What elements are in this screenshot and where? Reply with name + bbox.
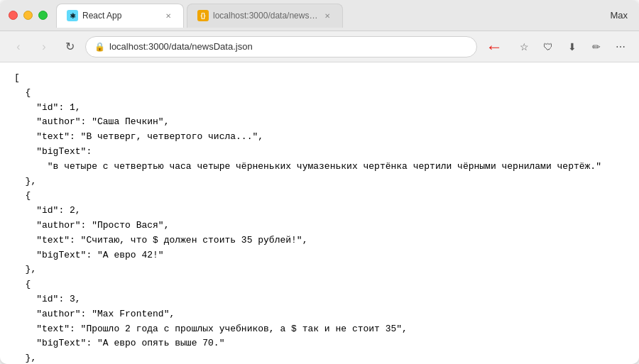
json-tab-close[interactable]: ✕ xyxy=(322,11,332,21)
nav-bar: ‹ › ↻ 🔒 localhost:3000/data/newsData.jso… xyxy=(0,31,639,62)
json-line: }, xyxy=(14,175,625,189)
user-label: Max xyxy=(610,10,630,21)
json-line: "bigText": "А евро 42!" xyxy=(14,248,625,263)
json-line: "text": "Считаю, что $ должен стоить 35 … xyxy=(14,233,625,248)
browser-window: ⚛ React App ✕ {} localhost:3000/data/new… xyxy=(0,0,639,364)
menu-button[interactable]: ⋯ xyxy=(611,37,630,57)
json-line: [ xyxy=(14,71,625,86)
json-line: { xyxy=(14,277,625,292)
shield-button[interactable]: 🛡 xyxy=(538,37,558,57)
json-line: { xyxy=(14,86,625,101)
json-line: "author": "Просто Вася", xyxy=(14,219,625,233)
json-line: "в четыре с четвертью часа четыре чёрнен… xyxy=(14,160,625,175)
json-tab-icon: {} xyxy=(197,10,209,21)
json-line: "text": "В четверг, четвертого числа..."… xyxy=(14,130,625,145)
json-tab-label: localhost:3000/data/newsDat... xyxy=(213,11,318,21)
json-line: "id": 1, xyxy=(14,101,625,116)
json-line: "id": 2, xyxy=(14,204,625,219)
json-line: }, xyxy=(14,351,625,364)
edit-button[interactable]: ✏ xyxy=(586,37,606,57)
tab-react-app[interactable]: ⚛ React App ✕ xyxy=(56,4,184,28)
close-button[interactable] xyxy=(9,11,18,20)
minimize-button[interactable] xyxy=(23,11,33,20)
traffic-lights xyxy=(9,11,48,20)
json-line: "id": 3, xyxy=(14,292,625,307)
address-text: localhost:3000/data/newsData.json xyxy=(109,41,468,52)
maximize-button[interactable] xyxy=(38,11,48,20)
forward-button[interactable]: › xyxy=(34,37,54,57)
json-line: }, xyxy=(14,263,625,277)
react-tab-label: React App xyxy=(82,11,159,21)
address-bar[interactable]: 🔒 localhost:3000/data/newsData.json xyxy=(85,36,477,57)
back-button[interactable]: ‹ xyxy=(9,37,28,57)
red-arrow: ← xyxy=(486,37,503,56)
react-tab-close[interactable]: ✕ xyxy=(163,11,173,21)
json-line: "author": "Max Frontend", xyxy=(14,307,625,322)
tabs-area: ⚛ React App ✕ {} localhost:3000/data/new… xyxy=(56,4,610,28)
nav-icons: ☆ 🛡 ⬇ ✏ ⋯ xyxy=(514,37,630,57)
json-content: [ { "id": 1, "author": "Саша Печкин", "t… xyxy=(0,62,639,364)
download-button[interactable]: ⬇ xyxy=(562,37,582,57)
react-tab-icon: ⚛ xyxy=(67,10,78,21)
title-bar: ⚛ React App ✕ {} localhost:3000/data/new… xyxy=(0,0,639,31)
json-line: { xyxy=(14,189,625,204)
json-line: "bigText": "А евро опять выше 70." xyxy=(14,336,625,351)
json-line: "bigText": xyxy=(14,145,625,160)
json-line: "text": "Прошло 2 года с прошлых учебник… xyxy=(14,322,625,337)
refresh-button[interactable]: ↻ xyxy=(60,37,80,57)
lock-icon: 🔒 xyxy=(94,42,105,52)
bookmark-star-button[interactable]: ☆ xyxy=(514,37,534,57)
json-line: "author": "Саша Печкин", xyxy=(14,115,625,130)
arrow-container: ← xyxy=(486,38,503,55)
tab-json[interactable]: {} localhost:3000/data/newsDat... ✕ xyxy=(187,4,343,28)
